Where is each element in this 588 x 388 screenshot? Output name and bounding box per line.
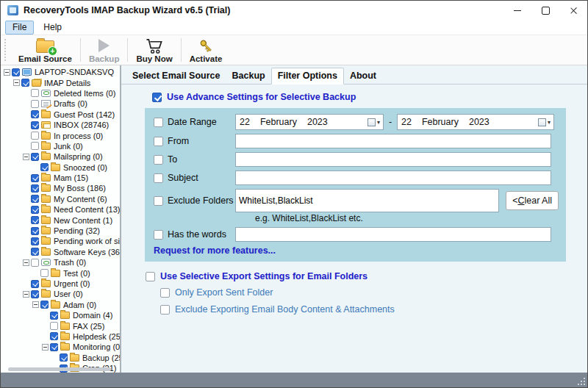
toolbar-buy-now-button[interactable]: Buy Now xyxy=(129,35,179,65)
tree-item[interactable]: Junk (0) xyxy=(1,141,120,151)
checkbox[interactable] xyxy=(31,206,39,214)
export-settings-checkbox[interactable] xyxy=(146,272,155,281)
exclude-folders-checkbox[interactable] xyxy=(154,196,163,206)
date-to-field[interactable]: 22 February 2023 ▾ xyxy=(397,114,554,130)
checkbox[interactable] xyxy=(50,332,58,340)
close-button[interactable] xyxy=(559,1,587,20)
maximize-button[interactable] xyxy=(531,1,559,20)
tree-item[interactable]: Software Keys (36) xyxy=(1,247,120,257)
tab-select-email-source[interactable]: Select Email Source xyxy=(126,68,226,84)
tree-item[interactable]: Domain (4) xyxy=(1,310,120,320)
subject-input[interactable] xyxy=(235,170,551,185)
expander-icon[interactable] xyxy=(23,291,29,298)
request-features-link[interactable]: Request for more features... xyxy=(154,245,559,256)
checkbox[interactable] xyxy=(40,301,49,309)
checkbox[interactable] xyxy=(60,353,68,362)
expander-icon[interactable] xyxy=(32,301,39,308)
tree-item[interactable]: Snoozed (0) xyxy=(1,162,120,173)
date-to-picker-button[interactable]: ▾ xyxy=(535,115,553,129)
tree-item[interactable]: Backup (25 xyxy=(1,353,120,363)
checkbox[interactable] xyxy=(31,248,39,256)
checkbox[interactable] xyxy=(31,227,39,235)
checkbox[interactable] xyxy=(31,290,39,298)
tree-item[interactable]: Pending work of si xyxy=(1,236,120,246)
from-input[interactable] xyxy=(235,134,551,148)
tree-item[interactable]: Need Content (13) xyxy=(1,204,120,215)
checkbox[interactable] xyxy=(160,305,170,315)
tree-horizontal-scrollbar[interactable] xyxy=(8,367,111,371)
checkbox[interactable] xyxy=(31,184,39,193)
checkbox[interactable] xyxy=(31,110,39,118)
checkbox[interactable] xyxy=(50,322,58,330)
tree-item[interactable]: Adam (0) xyxy=(1,300,120,310)
tab-filter-options[interactable]: Filter Options xyxy=(271,68,344,85)
checkbox[interactable] xyxy=(31,121,39,129)
checkbox[interactable] xyxy=(12,68,20,76)
date-from-picker-button[interactable]: ▾ xyxy=(365,115,383,129)
tree-item[interactable]: Test (0) xyxy=(1,267,120,278)
expander-icon[interactable] xyxy=(4,69,10,76)
checkbox[interactable] xyxy=(31,142,39,150)
date-range-checkbox[interactable] xyxy=(154,118,163,127)
date-to-month: February xyxy=(422,117,459,127)
tree-item[interactable]: In process (0) xyxy=(1,130,120,140)
to-checkbox[interactable] xyxy=(154,155,163,165)
expander-icon[interactable] xyxy=(23,154,29,160)
tree-item[interactable]: My Boss (186) xyxy=(1,183,120,193)
expander-icon[interactable] xyxy=(23,259,29,266)
checkbox[interactable] xyxy=(50,312,58,320)
tree-item[interactable]: Monitoring (0) xyxy=(1,342,120,352)
tree-item[interactable]: Drafts (0) xyxy=(1,98,120,109)
clear-all-button[interactable]: <Clear All xyxy=(506,191,559,210)
checkbox[interactable] xyxy=(40,163,49,171)
tree-item[interactable]: FAX (25) xyxy=(1,320,120,331)
checkbox[interactable] xyxy=(31,153,39,161)
tree-item[interactable]: My Content (6) xyxy=(1,194,120,204)
menu-help[interactable]: Help xyxy=(36,21,69,35)
tree-item[interactable]: User (0) xyxy=(1,289,120,299)
toolbar-activate-button[interactable]: Activate xyxy=(183,35,229,65)
checkbox[interactable] xyxy=(31,216,39,224)
tree-item[interactable]: New Content (1) xyxy=(1,215,120,225)
advance-settings-checkbox[interactable] xyxy=(152,93,162,102)
tree-item[interactable]: LAPTOP-SNDAKSVQ xyxy=(1,67,120,77)
tree-item[interactable]: Urgent (0) xyxy=(1,279,120,289)
date-from-field[interactable]: 22 February 2023 ▾ xyxy=(235,114,384,130)
tab-backup[interactable]: Backup xyxy=(226,68,271,84)
tab-about[interactable]: About xyxy=(344,68,382,84)
checkbox[interactable] xyxy=(50,343,58,351)
checkbox[interactable] xyxy=(21,79,29,87)
subject-checkbox[interactable] xyxy=(154,173,163,183)
checkbox[interactable] xyxy=(40,269,49,277)
tree-item[interactable]: Mailspring (0) xyxy=(1,151,120,162)
expander-icon[interactable] xyxy=(13,79,20,86)
tree-item[interactable]: INBOX (28746) xyxy=(1,120,120,130)
checkbox[interactable] xyxy=(31,100,39,108)
checkbox[interactable] xyxy=(160,288,170,298)
has-words-checkbox[interactable] xyxy=(154,230,163,240)
tree-item[interactable]: Mam (15) xyxy=(1,173,120,183)
resize-grip[interactable] xyxy=(577,377,585,385)
to-input[interactable] xyxy=(235,152,551,167)
from-checkbox[interactable] xyxy=(154,137,163,146)
toolbar-email-source-button[interactable]: Email Source xyxy=(12,35,79,65)
tree-item[interactable]: Pending (32) xyxy=(1,226,120,236)
minimize-button[interactable] xyxy=(503,1,531,20)
tree-item[interactable]: Helpdesk (25 xyxy=(1,331,120,342)
checkbox[interactable] xyxy=(31,174,39,182)
expander-icon[interactable] xyxy=(42,344,49,351)
checkbox[interactable] xyxy=(31,89,39,97)
exclude-folders-input[interactable] xyxy=(235,189,499,212)
checkbox[interactable] xyxy=(31,237,39,245)
tree-item[interactable]: Deleted Items (0) xyxy=(1,88,120,98)
tree-item[interactable]: Guest Post (142) xyxy=(1,109,120,120)
tree-item[interactable]: IMAP Details xyxy=(1,77,120,87)
window-controls xyxy=(503,1,587,20)
menu-file[interactable]: File xyxy=(5,21,34,35)
checkbox[interactable] xyxy=(31,132,39,140)
checkbox[interactable] xyxy=(31,259,39,267)
has-words-input[interactable] xyxy=(235,227,551,242)
checkbox[interactable] xyxy=(31,280,39,288)
checkbox[interactable] xyxy=(31,195,39,203)
tree-item[interactable]: Trash (0) xyxy=(1,257,120,267)
